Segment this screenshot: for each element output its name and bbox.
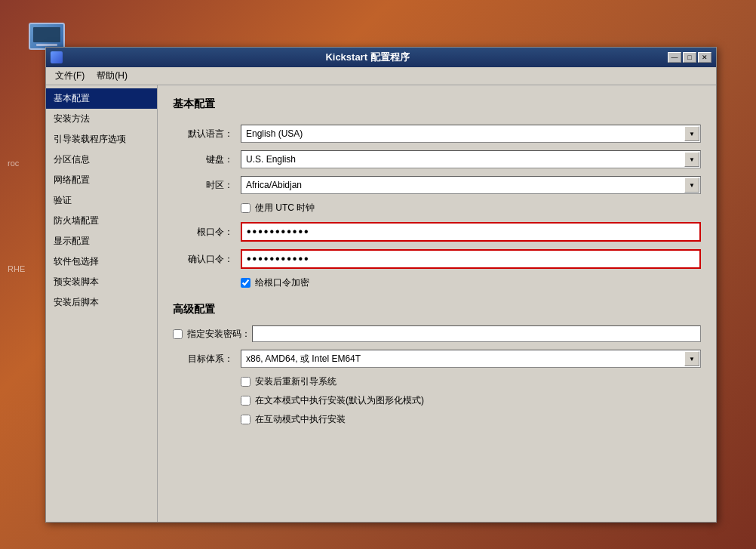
root-password-row: 根口令： 登录密码 — [173, 222, 701, 242]
side-label-rhe: RHE — [8, 264, 25, 273]
sidebar-item-bootloader[interactable]: 引导装载程序选项 — [46, 129, 157, 150]
window-icon — [51, 51, 63, 63]
interactive-label: 在互动模式中执行安装 — [255, 413, 346, 426]
minimize-button[interactable]: — — [668, 52, 681, 63]
sidebar-item-auth[interactable]: 验证 — [46, 190, 157, 211]
close-button[interactable]: ✕ — [698, 52, 711, 63]
window-title: Kickstart 配置程序 — [67, 51, 668, 64]
sidebar-item-pre-install[interactable]: 预安装脚本 — [46, 272, 157, 292]
install-pwd-row: 指定安装密码： — [173, 325, 701, 342]
install-pwd-input[interactable] — [252, 325, 701, 342]
utc-label: 使用 UTC 时钟 — [255, 202, 315, 214]
menu-help[interactable]: 帮助(H) — [91, 68, 134, 84]
basic-config-title: 基本配置 — [173, 97, 701, 114]
content-area: 基本配置 默认语言： English (USA) ▼ 键盘： — [158, 85, 716, 522]
computer-icon — [29, 23, 65, 50]
menu-file[interactable]: 文件(F) — [49, 68, 91, 84]
sidebar-item-firewall[interactable]: 防火墙配置 — [46, 211, 157, 231]
menubar: 文件(F) 帮助(H) — [46, 67, 716, 85]
timezone-select-wrapper: Africa/Abidjan ▼ — [241, 176, 701, 194]
desktop: roc RHE Kickstart 配置程序 — □ ✕ 文件(F) 帮助(H)… — [0, 0, 756, 549]
keyboard-label: 键盘： — [173, 153, 233, 166]
install-pwd-checkbox[interactable] — [173, 329, 183, 339]
language-label: 默认语言： — [173, 128, 233, 140]
sidebar: 基本配置 安装方法 引导装载程序选项 分区信息 网络配置 验证 防火墙配置 显示… — [46, 85, 158, 522]
interactive-row: 在互动模式中执行安装 — [241, 413, 701, 426]
keyboard-row: 键盘： U.S. English ▼ — [173, 150, 701, 168]
reinstall-bootloader-row: 安装后重新引导系统 — [241, 375, 701, 388]
interactive-checkbox[interactable] — [241, 415, 250, 424]
maximize-button[interactable]: □ — [683, 52, 696, 63]
desktop-icon-computer[interactable] — [23, 23, 71, 50]
utc-checkbox-row: 使用 UTC 时钟 — [241, 202, 701, 214]
sidebar-item-display[interactable]: 显示配置 — [46, 231, 157, 251]
target-label: 目标体系： — [173, 353, 233, 365]
encrypt-checkbox-row: 给根口令加密 — [241, 276, 701, 289]
window-body: 基本配置 安装方法 引导装载程序选项 分区信息 网络配置 验证 防火墙配置 显示… — [46, 85, 716, 522]
target-row: 目标体系： x86, AMD64, 或 Intel EM64Tia64s390/… — [173, 350, 701, 368]
confirm-password-label: 确认口令： — [173, 253, 233, 266]
text-mode-checkbox[interactable] — [241, 396, 250, 406]
check-options: 安装后重新引导系统 在文本模式中执行安装(默认为图形化模式) 在互动模式中执行安… — [241, 375, 701, 426]
timezone-row: 时区： Africa/Abidjan ▼ — [173, 176, 701, 194]
text-mode-row: 在文本模式中执行安装(默认为图形化模式) — [241, 394, 701, 407]
utc-checkbox[interactable] — [241, 203, 250, 213]
sidebar-item-post-install[interactable]: 安装后脚本 — [46, 292, 157, 313]
confirm-password-row: 确认口令： — [173, 249, 701, 269]
root-password-input[interactable] — [241, 222, 701, 242]
language-select-wrapper: English (USA) ▼ — [241, 125, 701, 143]
timezone-label: 时区： — [173, 179, 233, 192]
sidebar-item-install-method[interactable]: 安装方法 — [46, 109, 157, 129]
window-controls: — □ ✕ — [668, 52, 711, 63]
confirm-password-wrapper — [241, 249, 701, 269]
keyboard-select[interactable]: U.S. English — [241, 150, 701, 168]
window-titlebar: Kickstart 配置程序 — □ ✕ — [46, 48, 716, 67]
sidebar-item-partition[interactable]: 分区信息 — [46, 150, 157, 170]
advanced-config-title: 高级配置 — [173, 303, 701, 316]
root-password-wrapper: 登录密码 — [241, 222, 701, 242]
text-mode-label: 在文本模式中执行安装(默认为图形化模式) — [255, 394, 424, 407]
language-select[interactable]: English (USA) — [241, 125, 701, 143]
side-label-roc: roc — [8, 159, 19, 168]
sidebar-item-basic-config[interactable]: 基本配置 — [46, 88, 157, 109]
timezone-select[interactable]: Africa/Abidjan — [241, 176, 701, 194]
main-window: Kickstart 配置程序 — □ ✕ 文件(F) 帮助(H) 基本配置 安装… — [45, 47, 717, 523]
language-row: 默认语言： English (USA) ▼ — [173, 125, 701, 143]
encrypt-checkbox[interactable] — [241, 278, 250, 288]
confirm-password-input[interactable] — [241, 249, 701, 269]
encrypt-label: 给根口令加密 — [255, 276, 309, 289]
sidebar-item-software[interactable]: 软件包选择 — [46, 251, 157, 272]
sidebar-item-network[interactable]: 网络配置 — [46, 170, 157, 190]
reinstall-bootloader-label: 安装后重新引导系统 — [255, 375, 337, 388]
keyboard-select-wrapper: U.S. English ▼ — [241, 150, 701, 168]
install-pwd-label: 指定安装密码： — [187, 328, 247, 341]
root-password-label: 根口令： — [173, 226, 233, 239]
target-select-wrapper: x86, AMD64, 或 Intel EM64Tia64s390/s390x … — [241, 350, 701, 368]
reinstall-bootloader-checkbox[interactable] — [241, 377, 250, 387]
target-select[interactable]: x86, AMD64, 或 Intel EM64Tia64s390/s390x — [241, 350, 701, 368]
